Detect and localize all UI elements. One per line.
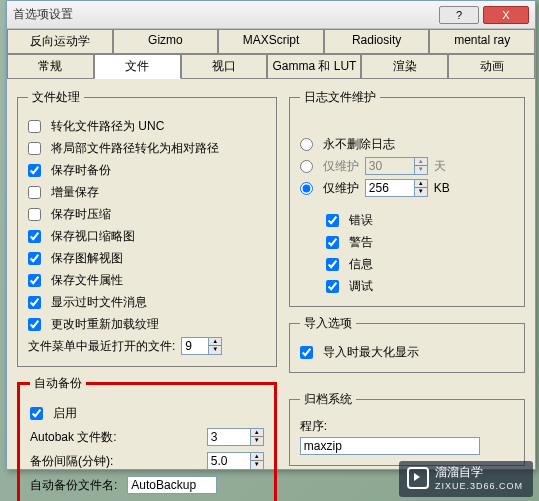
group-legend: 文件处理 [28,89,84,106]
help-button[interactable]: ? [439,6,479,24]
cb_reload_tex-label: 更改时重新加载纹理 [51,316,159,333]
cb_backup-checkbox[interactable] [28,164,41,177]
tab-Radiosity[interactable]: Radiosity [324,29,430,54]
autobak-files-label: Autobak 文件数: [30,429,201,446]
cb_thumb-checkbox[interactable] [28,230,41,243]
cb_reload_tex-checkbox[interactable] [28,318,41,331]
archive-program-label: 程序: [300,418,327,435]
cb_error-label: 错误 [349,212,373,229]
archive-program-input[interactable] [300,437,480,455]
group-import-options: 导入选项 导入时最大化显示 [289,315,525,373]
preferences-window: 首选项设置 ? X 反向运动学GizmoMAXScriptRadiosityme… [6,0,536,470]
tab-渲染[interactable]: 渲染 [361,54,448,79]
autobackup-enable-checkbox[interactable] [30,407,43,420]
log-never-label: 永不删除日志 [323,136,395,153]
cb_props-checkbox[interactable] [28,274,41,287]
backup-interval-label: 备份间隔(分钟): [30,453,201,470]
group-autobackup: 自动备份 启用 Autobak 文件数: ▲▼ 备份间隔(分钟): [17,375,277,501]
group-file-handling: 文件处理 转化文件路径为 UNC将局部文件路径转化为相对路径保存时备份增量保存保… [17,89,277,367]
log-kb-unit: KB [434,181,450,195]
recent-files-input[interactable] [181,337,209,355]
tab-视口[interactable]: 视口 [181,54,268,79]
window-title: 首选项设置 [13,6,435,23]
cb_unc-label: 转化文件路径为 UNC [51,118,164,135]
cb_schematic-checkbox[interactable] [28,252,41,265]
tab-row-1: 反向运动学GizmoMAXScriptRadiositymental ray [7,29,535,54]
cb_error-checkbox[interactable] [326,214,339,227]
spinner-buttons[interactable]: ▲▼ [251,428,264,446]
cb_compress-checkbox[interactable] [28,208,41,221]
titlebar: 首选项设置 ? X [7,1,535,29]
cb_local_rel-checkbox[interactable] [28,142,41,155]
cb_schematic-label: 保存图解视图 [51,250,123,267]
cb_compress-label: 保存时压缩 [51,206,111,223]
cb_incremental-checkbox[interactable] [28,186,41,199]
log-kb-input[interactable] [365,179,415,197]
tab-content: 文件处理 转化文件路径为 UNC将局部文件路径转化为相对路径保存时备份增量保存保… [7,79,535,501]
tab-mental ray[interactable]: mental ray [429,29,535,54]
cb_info-checkbox[interactable] [326,258,339,271]
group-archive-system: 归档系统 程序: [289,391,525,466]
group-legend: 归档系统 [300,391,356,408]
tab-常规[interactable]: 常规 [7,54,94,79]
tab-MAXScript[interactable]: MAXScript [218,29,324,54]
spinner-buttons[interactable]: ▲▼ [415,157,428,175]
recent-files-label: 文件菜单中最近打开的文件: [28,338,175,355]
log-kb-label: 仅维护 [323,180,359,197]
backup-name-input[interactable] [127,476,217,494]
cb_props-label: 保存文件属性 [51,272,123,289]
tab-Gizmo[interactable]: Gizmo [113,29,219,54]
cb_local_rel-label: 将局部文件路径转化为相对路径 [51,140,219,157]
cb_obsolete-label: 显示过时文件消息 [51,294,147,311]
cb_thumb-label: 保存视口缩略图 [51,228,135,245]
cb_warn-label: 警告 [349,234,373,251]
tab-Gamma 和 LUT[interactable]: Gamma 和 LUT [267,54,361,79]
tab-文件[interactable]: 文件 [94,54,181,79]
import-maximize-label: 导入时最大化显示 [323,344,419,361]
watermark: 溜溜自学 ZIXUE.3D66.COM [399,461,533,497]
play-icon [414,473,420,481]
group-log-maintenance: 日志文件维护 永不删除日志 仅维护 ▲▼ 天 [289,89,525,307]
backup-interval-input[interactable] [207,452,251,470]
import-maximize-checkbox[interactable] [300,346,313,359]
log-never-radio[interactable] [300,138,313,151]
group-legend: 导入选项 [300,315,356,332]
cb_info-label: 信息 [349,256,373,273]
spinner-buttons[interactable]: ▲▼ [251,452,264,470]
tab-反向运动学[interactable]: 反向运动学 [7,29,113,54]
group-legend: 日志文件维护 [300,89,380,106]
cb_incremental-label: 增量保存 [51,184,99,201]
log-days-radio[interactable] [300,160,313,173]
spinner-buttons[interactable]: ▲▼ [209,337,222,355]
cb_obsolete-checkbox[interactable] [28,296,41,309]
log-days-unit: 天 [434,158,446,175]
close-button[interactable]: X [483,6,529,24]
log-kb-radio[interactable] [300,182,313,195]
cb_unc-checkbox[interactable] [28,120,41,133]
tab-row-2: 常规文件视口Gamma 和 LUT渲染动画 [7,54,535,79]
autobak-files-input[interactable] [207,428,251,446]
log-days-label: 仅维护 [323,158,359,175]
spinner-buttons[interactable]: ▲▼ [415,179,428,197]
log-days-input[interactable] [365,157,415,175]
cb_debug-checkbox[interactable] [326,280,339,293]
cb_debug-label: 调试 [349,278,373,295]
cb_backup-label: 保存时备份 [51,162,111,179]
autobackup-enable-label: 启用 [53,405,77,422]
cb_warn-checkbox[interactable] [326,236,339,249]
group-legend: 自动备份 [30,375,86,392]
backup-name-label: 自动备份文件名: [30,477,117,494]
watermark-url: ZIXUE.3D66.COM [435,479,523,493]
tab-动画[interactable]: 动画 [448,54,535,79]
watermark-text: 溜溜自学 [435,465,523,479]
